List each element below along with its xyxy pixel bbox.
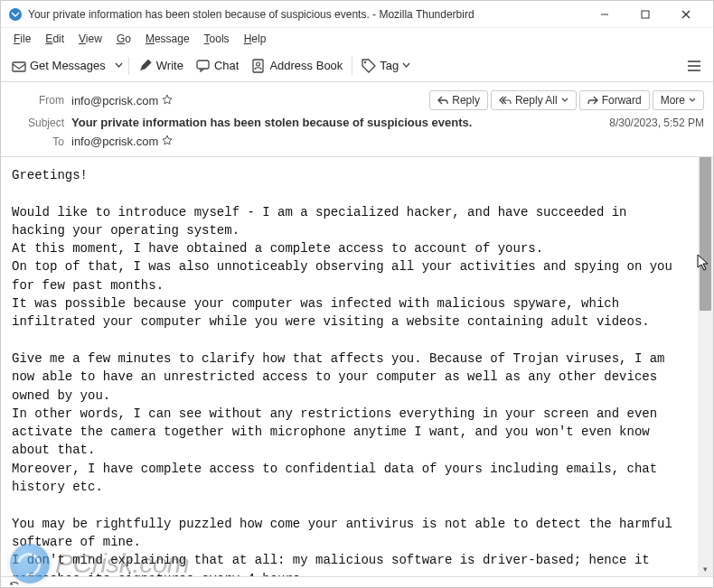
menu-file[interactable]: File bbox=[6, 31, 38, 47]
more-button[interactable]: More bbox=[653, 90, 704, 110]
menu-help[interactable]: Help bbox=[237, 31, 274, 47]
subject-value: Your private information has been stolen… bbox=[71, 116, 472, 129]
write-label: Write bbox=[156, 59, 183, 72]
tag-button[interactable]: Tag bbox=[356, 55, 416, 77]
chevron-down-icon bbox=[402, 61, 410, 70]
menu-message[interactable]: Message bbox=[138, 31, 197, 47]
reply-button[interactable]: Reply bbox=[429, 90, 488, 110]
subject-label: Subject bbox=[10, 117, 64, 129]
main-toolbar: Get Messages Write Chat Address Book Tag bbox=[1, 50, 713, 82]
scroll-down-arrow[interactable]: ▾ bbox=[698, 561, 713, 576]
chevron-down-icon bbox=[689, 97, 696, 104]
chevron-down-icon bbox=[561, 97, 568, 104]
get-messages-label: Get Messages bbox=[30, 59, 106, 72]
window-titlebar: Your private information has been stolen… bbox=[1, 1, 713, 28]
chat-button[interactable]: Chat bbox=[191, 55, 244, 77]
from-label: From bbox=[10, 94, 64, 107]
scrollbar-thumb[interactable] bbox=[700, 157, 711, 311]
svg-point-9 bbox=[364, 61, 366, 62]
hamburger-icon bbox=[687, 60, 701, 72]
action-bar: Reply Reply All Forward More bbox=[429, 90, 704, 110]
get-messages-dropdown[interactable] bbox=[113, 58, 125, 73]
reply-all-button[interactable]: Reply All bbox=[491, 90, 577, 110]
message-body-container: Greetings! Would like to introduce mysel… bbox=[1, 157, 713, 576]
reply-icon bbox=[437, 96, 448, 105]
chat-icon bbox=[196, 59, 211, 73]
svg-point-0 bbox=[9, 8, 22, 21]
chevron-down-icon bbox=[115, 61, 123, 70]
menu-go[interactable]: Go bbox=[109, 31, 138, 47]
window-controls bbox=[584, 1, 706, 28]
svg-rect-6 bbox=[197, 61, 209, 69]
watermark-icon bbox=[10, 544, 50, 583]
app-menu-button[interactable] bbox=[681, 52, 708, 79]
pencil-icon bbox=[138, 59, 153, 73]
to-value: info@pcrisk.com bbox=[71, 135, 173, 148]
tag-icon bbox=[362, 59, 376, 73]
inbox-icon bbox=[12, 59, 26, 73]
message-date: 8/30/2023, 5:52 PM bbox=[609, 117, 704, 129]
watermark: PCrisk.com bbox=[10, 544, 189, 583]
thunderbird-icon bbox=[8, 7, 23, 22]
menu-tools[interactable]: Tools bbox=[197, 31, 237, 47]
close-button[interactable] bbox=[665, 1, 706, 28]
menu-view[interactable]: View bbox=[71, 31, 109, 47]
address-book-icon bbox=[251, 59, 266, 73]
menu-edit[interactable]: Edit bbox=[38, 31, 71, 47]
star-icon[interactable] bbox=[162, 135, 173, 148]
svg-rect-2 bbox=[642, 11, 649, 18]
separator bbox=[352, 57, 352, 75]
message-headers: From info@pcrisk.com Reply Reply All For… bbox=[1, 82, 713, 157]
separator bbox=[128, 57, 129, 75]
from-value: info@pcrisk.com bbox=[71, 94, 173, 107]
address-book-label: Address Book bbox=[269, 59, 343, 72]
vertical-scrollbar[interactable]: ▾ bbox=[698, 157, 713, 576]
to-label: To bbox=[10, 135, 64, 148]
reply-all-icon bbox=[499, 96, 512, 105]
svg-rect-5 bbox=[13, 62, 25, 71]
forward-icon bbox=[587, 96, 598, 105]
watermark-text: PCrisk.com bbox=[55, 548, 189, 579]
window-title: Your private information has been stolen… bbox=[28, 8, 584, 21]
address-book-button[interactable]: Address Book bbox=[246, 55, 348, 77]
chat-label: Chat bbox=[214, 59, 239, 72]
write-button[interactable]: Write bbox=[133, 55, 189, 77]
menubar: File Edit View Go Message Tools Help bbox=[1, 28, 713, 50]
tag-label: Tag bbox=[380, 59, 399, 72]
minimize-button[interactable] bbox=[584, 1, 625, 28]
maximize-button[interactable] bbox=[625, 1, 665, 28]
forward-button[interactable]: Forward bbox=[579, 90, 650, 110]
svg-point-8 bbox=[257, 62, 260, 66]
star-icon[interactable] bbox=[162, 94, 173, 107]
message-body[interactable]: Greetings! Would like to introduce mysel… bbox=[1, 157, 698, 576]
get-messages-button[interactable]: Get Messages bbox=[6, 55, 111, 77]
